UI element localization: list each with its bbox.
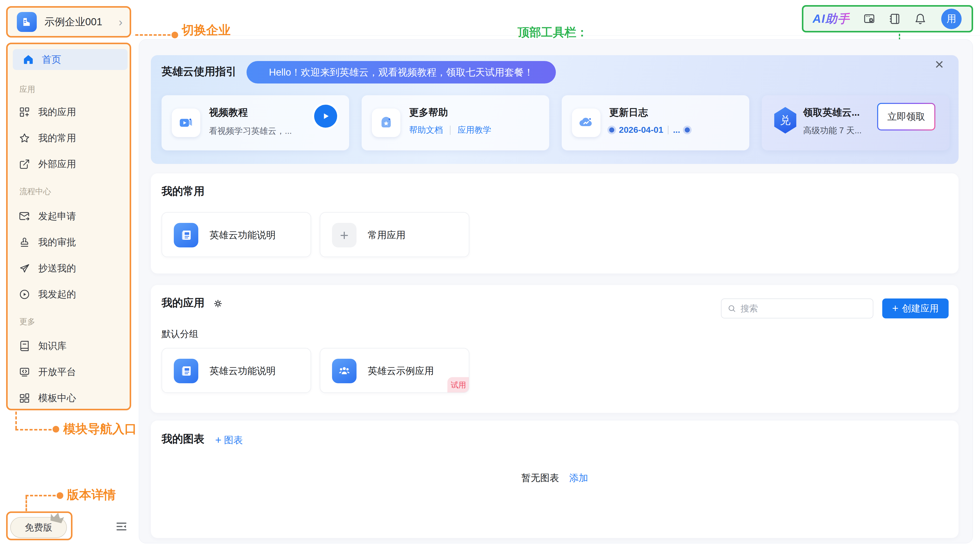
version-annotation-dash [25, 495, 56, 496]
sidebar: 首页 应用 我的应用 我的常用 外部应用 流程中心 发起申请 我的审批 [6, 43, 131, 410]
guide-card-subtitle: 高级功能 7 天... [803, 125, 862, 136]
version-badge-box: 免费版 [6, 511, 73, 540]
sidebar-item-label: 知识库 [38, 339, 67, 352]
guide-card-video[interactable]: 视频教程 看视频学习英雄云，... [162, 95, 349, 150]
top-toolbar: AI助手 用 [802, 5, 973, 32]
enterprise-name: 示例企业001 [45, 15, 102, 29]
module-nav-dot [52, 426, 59, 433]
sidebar-item-my-approvals[interactable]: 我的审批 [19, 233, 126, 252]
sidebar-item-template-center[interactable]: 模板中心 [19, 389, 126, 407]
favorites-section: 我的常用 英雄云功能说明 + 常用应用 [151, 174, 959, 274]
module-nav-dash [15, 429, 52, 430]
create-app-button[interactable]: + 创建应用 [882, 298, 948, 318]
changelog-date-link[interactable]: 2026-04-01 [619, 125, 663, 135]
app-tile-feature-guide[interactable]: 英雄云功能说明 [162, 212, 311, 257]
star-icon [19, 132, 30, 144]
app-tile-sample-app[interactable]: 英雄云示例应用 试用 [320, 348, 469, 393]
chevron-right-icon: › [119, 16, 123, 28]
sidebar-item-label: 开放平台 [38, 366, 76, 378]
switch-enterprise-dot [172, 32, 178, 38]
add-chart-label: 图表 [224, 434, 243, 447]
sidebar-item-label: 我的应用 [38, 106, 76, 118]
app-tile-name: 常用应用 [368, 213, 406, 257]
module-nav-annotation: 模块导航入口 [63, 421, 137, 437]
notifications-bell-icon[interactable] [914, 13, 926, 25]
sidebar-item-started-by-me[interactable]: 我发起的 [19, 285, 126, 304]
ai-assistant-button[interactable]: AI助手 [813, 11, 850, 27]
video-icon [172, 108, 200, 137]
favorites-title: 我的常用 [162, 184, 204, 198]
sidebar-item-label: 外部应用 [38, 158, 76, 170]
plus-icon: + [215, 435, 221, 446]
app-tile-feature-guide[interactable]: 英雄云功能说明 [162, 348, 311, 393]
sidebar-item-cc-to-me[interactable]: 抄送我的 [19, 259, 126, 277]
app-tile-add-favorite[interactable]: + 常用应用 [320, 212, 469, 257]
play-circle-icon [19, 289, 30, 300]
add-chart-button[interactable]: + 图表 [215, 434, 243, 447]
sidebar-item-my-apps[interactable]: 我的应用 [19, 103, 126, 121]
sidebar-group-label: 应用 [19, 84, 35, 95]
claim-now-button[interactable]: 立即领取 [877, 103, 935, 131]
play-button[interactable] [314, 105, 337, 127]
sidebar-item-start-request[interactable]: 发起申请 [19, 207, 126, 225]
enterprise-logo-icon [17, 12, 37, 32]
guide-card-help: 更多帮助 帮助文档 应用教学 [362, 95, 549, 150]
workbench-icon[interactable] [863, 13, 875, 25]
stamp-icon [19, 237, 30, 248]
changelog-more-link[interactable]: ... [673, 125, 680, 135]
plus-icon: + [892, 303, 899, 314]
sidebar-group-label: 更多 [19, 316, 35, 327]
sidebar-item-label: 抄送我的 [38, 262, 76, 275]
sidebar-group-label: 流程中心 [19, 186, 51, 197]
close-icon[interactable]: × [935, 57, 944, 72]
version-annotation-vdash [25, 496, 27, 511]
switch-enterprise-dash [135, 34, 170, 36]
search-box[interactable] [721, 298, 873, 318]
version-annotation-dot [57, 492, 63, 499]
sidebar-item-knowledge-base[interactable]: 知识库 [19, 337, 126, 355]
guide-card-subtitle: 看视频学习英雄云，... [209, 125, 292, 137]
guide-banner: 英雄云使用指引 Hello！欢迎来到英雄云，观看视频教程，领取七天试用套餐！ ×… [151, 55, 959, 164]
people-icon [332, 359, 356, 383]
mail-send-icon [19, 211, 30, 222]
module-nav-vdash [15, 412, 17, 429]
my-apps-title: 我的应用 [162, 296, 204, 310]
main-content: 英雄云使用指引 Hello！欢迎来到英雄云，观看视频教程，领取七天试用套餐！ ×… [139, 39, 973, 543]
help-robot-icon [372, 108, 401, 137]
my-charts-title: 我的图表 [162, 432, 204, 446]
guide-card-changelog: 更新日志 2026-04-01 ... [562, 95, 749, 150]
search-input[interactable] [741, 304, 867, 314]
home-icon [22, 54, 34, 65]
sidebar-item-my-favorites[interactable]: 我的常用 [19, 129, 126, 147]
sidebar-item-label: 我的审批 [38, 236, 76, 249]
toolbar-annotation-line1: 顶部工具栏： [517, 24, 588, 40]
external-link-icon [19, 159, 30, 170]
news-doc-icon [174, 223, 198, 247]
guide-card-title: 更新日志 [609, 106, 648, 119]
gear-icon[interactable] [212, 298, 224, 309]
enterprise-selector[interactable]: 示例企业001 › [6, 6, 131, 38]
log-dot [685, 127, 690, 132]
sidebar-item-open-platform[interactable]: 开放平台 [19, 363, 126, 381]
sidebar-item-home[interactable]: 首页 [13, 49, 127, 70]
welcome-message: Hello！欢迎来到英雄云，观看视频教程，领取七天试用套餐！ [247, 61, 556, 83]
contacts-icon[interactable] [889, 13, 901, 25]
add-link[interactable]: 添加 [570, 471, 588, 484]
sidebar-item-external-apps[interactable]: 外部应用 [19, 155, 126, 174]
log-dot [609, 127, 614, 132]
help-docs-link[interactable]: 帮助文档 [409, 124, 443, 136]
sidebar-item-label: 我发起的 [38, 288, 76, 301]
create-app-label: 创建应用 [902, 302, 939, 315]
search-icon [728, 304, 736, 313]
sidebar-item-label: 模板中心 [38, 392, 76, 404]
grid-plus-icon [19, 107, 30, 118]
app-teaching-link[interactable]: 应用教学 [458, 124, 491, 136]
changelog-cloud-icon [572, 108, 600, 137]
guide-card-title: 视频教程 [209, 106, 248, 119]
sidebar-collapse-icon[interactable] [115, 520, 128, 533]
paper-plane-icon [19, 263, 30, 274]
app-tile-name: 英雄云功能说明 [210, 213, 275, 257]
divider [450, 126, 450, 135]
my-charts-section: 我的图表 + 图表 暂无图表 添加 [151, 420, 959, 538]
user-avatar[interactable]: 用 [941, 9, 962, 29]
